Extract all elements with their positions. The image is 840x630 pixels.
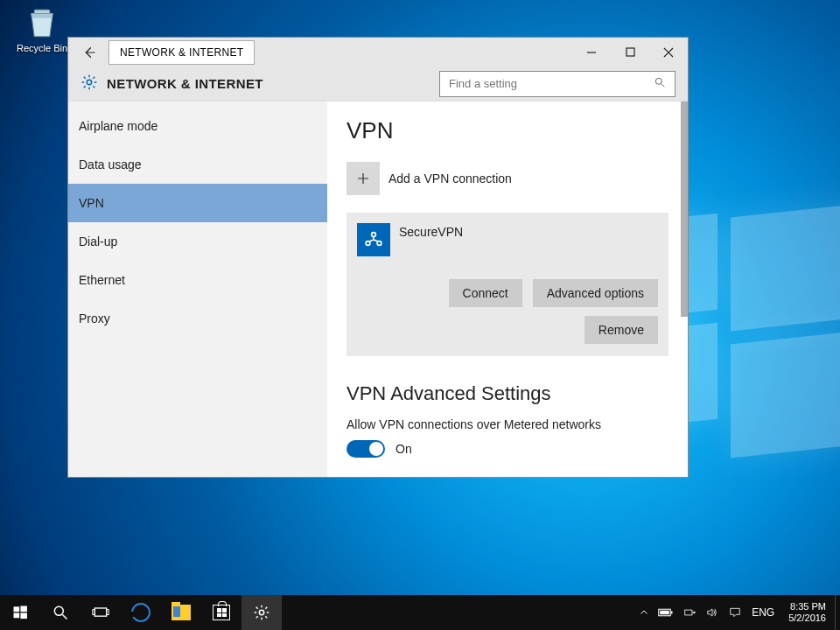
- svg-line-32: [265, 616, 267, 618]
- svg-rect-24: [93, 610, 95, 615]
- svg-line-34: [265, 607, 267, 609]
- svg-line-9: [93, 86, 94, 88]
- start-button[interactable]: [0, 595, 40, 630]
- gear-icon: [80, 74, 98, 94]
- search-box[interactable]: [439, 71, 676, 97]
- search-icon: [654, 76, 666, 91]
- file-explorer-icon: [172, 605, 191, 620]
- svg-line-31: [256, 607, 258, 609]
- svg-line-11: [93, 76, 94, 78]
- vpn-connection-card[interactable]: SecureVPN Connect Advanced options Remov…: [346, 213, 668, 356]
- sidebar-item-vpn[interactable]: VPN: [68, 184, 327, 222]
- vpn-connection-name: SecureVPN: [399, 223, 463, 239]
- sidebar-item-label: VPN: [79, 196, 104, 210]
- svg-line-8: [84, 76, 86, 78]
- advanced-settings-heading: VPN Advanced Settings: [346, 382, 668, 405]
- clock-time: 8:35 PM: [788, 601, 826, 612]
- sidebar-item-label: Airplane mode: [79, 119, 158, 133]
- sidebar-item-label: Data usage: [79, 158, 142, 172]
- plus-icon: [346, 162, 380, 195]
- tray-action-center[interactable]: [724, 595, 746, 630]
- svg-rect-19: [14, 612, 20, 618]
- window-titlebar[interactable]: NETWORK & INTERNET: [68, 38, 688, 66]
- tray-volume[interactable]: [701, 595, 724, 630]
- taskbar-app-settings[interactable]: [242, 595, 282, 630]
- taskbar-app-store[interactable]: [201, 595, 242, 630]
- maximize-button[interactable]: [611, 38, 649, 66]
- notification-icon: [728, 606, 742, 619]
- svg-line-22: [63, 615, 67, 620]
- metered-toggle-state: On: [396, 442, 412, 456]
- svg-line-33: [256, 616, 258, 618]
- settings-content[interactable]: VPN Add a VPN connection SecureVPN Conne…: [327, 102, 688, 477]
- edge-icon: [131, 603, 150, 622]
- svg-point-26: [259, 610, 263, 614]
- task-view-button[interactable]: [80, 595, 121, 630]
- page-title: VPN: [346, 117, 668, 144]
- svg-line-10: [84, 86, 86, 88]
- sidebar-item-label: Dial-up: [79, 234, 117, 248]
- svg-rect-18: [20, 606, 26, 612]
- taskbar-app-file-explorer[interactable]: [161, 595, 201, 630]
- metered-label: Allow VPN connections over Metered netwo…: [346, 417, 668, 431]
- vpn-connection-icon: [357, 223, 390, 256]
- settings-window: NETWORK & INTERNET NETWORK & INTERNET Ai…: [67, 37, 689, 478]
- sidebar-item-ethernet[interactable]: Ethernet: [68, 261, 327, 299]
- taskbar-app-edge[interactable]: [121, 595, 161, 630]
- sidebar-item-label: Ethernet: [79, 273, 125, 287]
- window-tab-title: NETWORK & INTERNET: [108, 40, 255, 65]
- svg-rect-23: [94, 608, 106, 616]
- desktop-icon-recycle-bin[interactable]: Recycle Bin: [10, 4, 74, 53]
- advanced-options-button[interactable]: Advanced options: [533, 279, 658, 307]
- search-icon: [52, 604, 69, 621]
- minimize-button[interactable]: [572, 38, 611, 66]
- sidebar-item-airplane-mode[interactable]: Airplane mode: [68, 107, 327, 145]
- connect-button[interactable]: Connect: [449, 279, 522, 307]
- minimize-icon: [586, 47, 597, 58]
- svg-rect-2: [626, 48, 634, 56]
- metered-toggle[interactable]: [346, 440, 385, 458]
- sidebar-item-data-usage[interactable]: Data usage: [68, 145, 327, 184]
- store-icon: [213, 605, 230, 620]
- sidebar-item-dial-up[interactable]: Dial-up: [68, 222, 327, 261]
- sidebar-item-proxy[interactable]: Proxy: [68, 299, 327, 338]
- remove-button[interactable]: Remove: [584, 316, 658, 344]
- svg-rect-17: [14, 606, 20, 612]
- svg-rect-37: [660, 611, 669, 615]
- system-tray: ENG 8:35 PM 5/2/2016: [634, 595, 840, 630]
- search-input[interactable]: [449, 77, 648, 90]
- scrollbar[interactable]: [681, 102, 688, 317]
- settings-sidebar: Airplane mode Data usage VPN Dial-up Eth…: [68, 102, 327, 477]
- taskbar: ENG 8:35 PM 5/2/2016: [0, 595, 840, 630]
- tray-battery[interactable]: [654, 595, 678, 630]
- close-button[interactable]: [649, 38, 688, 66]
- taskbar-search-button[interactable]: [40, 595, 80, 630]
- add-vpn-row[interactable]: Add a VPN connection: [346, 162, 668, 195]
- svg-rect-36: [671, 612, 673, 614]
- svg-point-3: [87, 80, 91, 84]
- arrow-left-icon: [81, 45, 97, 60]
- tray-lang[interactable]: ENG: [746, 606, 780, 619]
- settings-body: Airplane mode Data usage VPN Dial-up Eth…: [68, 102, 688, 477]
- tray-show-hidden-button[interactable]: [634, 595, 654, 630]
- recycle-bin-label: Recycle Bin: [17, 43, 67, 53]
- svg-rect-38: [685, 610, 692, 615]
- settings-header: NETWORK & INTERNET: [68, 66, 688, 102]
- chevron-up-icon: [639, 607, 649, 618]
- gear-icon: [253, 604, 270, 621]
- back-button[interactable]: [75, 38, 103, 66]
- svg-point-12: [655, 78, 662, 84]
- close-icon: [663, 47, 674, 58]
- network-icon: [682, 606, 696, 619]
- maximize-icon: [626, 47, 635, 57]
- svg-rect-0: [34, 10, 50, 13]
- add-vpn-label: Add a VPN connection: [388, 172, 512, 186]
- task-view-icon: [92, 604, 109, 621]
- tray-network[interactable]: [678, 595, 701, 630]
- svg-rect-25: [107, 610, 109, 615]
- tray-clock[interactable]: 8:35 PM 5/2/2016: [780, 601, 835, 624]
- show-desktop-button[interactable]: [835, 595, 840, 630]
- svg-rect-40: [694, 612, 696, 613]
- recycle-bin-icon: [24, 4, 60, 41]
- settings-header-title: NETWORK & INTERNET: [107, 76, 263, 91]
